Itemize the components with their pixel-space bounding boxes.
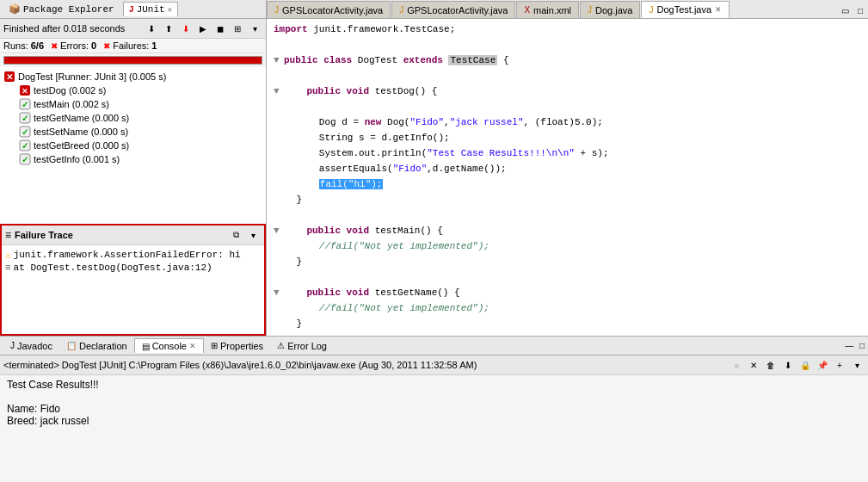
code-line-1: import junit.framework.TestCase; (274, 22, 861, 38)
tree-child-testgetname[interactable]: ✓ testGetName (0.000 s) (2, 111, 264, 125)
bottom-panel: J Javadoc 📋 Declaration ▤ Console ✕ ⊞ Pr… (0, 336, 868, 482)
tree-child-testgetbreed[interactable]: ✓ testGetBreed (0.000 s) (2, 139, 264, 152)
trace-line-2: ≡ at DogTest.testDog(DogTest.java:12) (5, 262, 261, 274)
tree-child-testsetname[interactable]: ✓ testSetName (0.000 s) (2, 125, 264, 139)
svg-text:✓: ✓ (22, 155, 28, 164)
code-line-blank5 (274, 270, 861, 286)
code-line-println: System.out.println("Test Case Results!!!… (274, 146, 861, 162)
errors-value: 0 (91, 40, 96, 51)
testdog-collapse-arrow[interactable]: ▼ (274, 84, 284, 99)
console-remove-btn[interactable]: ✕ (746, 357, 761, 373)
junit-tab-close[interactable]: ✕ (168, 5, 172, 15)
scroll-lock-btn[interactable]: ⬇ (144, 21, 159, 36)
errorlog-icon: ⚠ (277, 341, 285, 350)
console-line-1: Test Case Results!!! (7, 379, 861, 391)
console-clear-btn[interactable]: 🗑 (763, 357, 779, 373)
maximize-btn[interactable]: □ (859, 341, 865, 350)
tab-dog-java[interactable]: J Dog.java (580, 1, 640, 18)
tree-root-node[interactable]: ✕ DogTest [Runner: JUnit 3] (0.005 s) ✕ … (2, 69, 264, 167)
code-line-class: ▼ public class DogTest extends TestCase … (274, 53, 861, 69)
view-menu-btn[interactable]: ▾ (247, 21, 262, 36)
testgetinfo-label: testGetInfo (0.001 s) (34, 154, 120, 164)
console-scroll-btn[interactable]: ⬇ (780, 357, 796, 373)
testgetname-collapse-arrow[interactable]: ▼ (274, 286, 284, 300)
junit-status: Finished after 0.018 seconds (3, 23, 125, 34)
testsetname-pass-icon: ✓ (19, 126, 31, 138)
progress-fill (4, 57, 262, 64)
trace-toolbar: ⧉ ▾ (228, 227, 261, 243)
code-line-assertequals: assertEquals("Fido",d.getName()); (274, 162, 861, 177)
testgetname-label: testGetName (0.000 s) (34, 113, 129, 123)
declaration-icon: 📋 (66, 341, 77, 350)
code-editor[interactable]: import junit.framework.TestCase; ▼ publi… (267, 19, 868, 336)
console-newconsole-btn[interactable]: + (832, 357, 847, 373)
failures-icon: ✖ (103, 41, 110, 51)
trace-warn-icon: ⚠ (5, 250, 11, 261)
trace-filter-btn[interactable]: ▾ (245, 227, 261, 243)
console-line-blank (7, 391, 861, 403)
junit-tree[interactable]: ✕ DogTest [Runner: JUnit 3] (0.005 s) ✕ … (0, 67, 266, 224)
console-stop-btn[interactable]: ■ (729, 357, 744, 373)
root-fail-icon: ✕ (3, 71, 15, 83)
code-line-dog-d: Dog d = new Dog("Fido","jack russel", (f… (274, 115, 861, 131)
tree-child-testgetinfo[interactable]: ✓ testGetInfo (0.001 s) (2, 152, 264, 166)
tab-junit[interactable]: J JUnit ✕ (123, 2, 178, 16)
tab-dogtest-java[interactable]: J DogTest.java ✕ (641, 1, 729, 18)
class-collapse-arrow[interactable]: ▼ (274, 53, 284, 68)
code-line-string-s: String s = d.getInfo(); (274, 131, 861, 146)
testmain-pass-icon: ✓ (19, 98, 31, 110)
svg-text:✕: ✕ (6, 72, 13, 82)
stop-btn[interactable]: ◼ (212, 21, 228, 36)
failures-label: Failures: (113, 40, 149, 51)
testmain-collapse-arrow[interactable]: ▼ (274, 224, 284, 238)
junit-header: Finished after 0.018 seconds ⬇ ⬆ ⬇ ▶ ◼ ⊞… (0, 19, 266, 39)
minimize-btn[interactable]: — (845, 341, 853, 350)
history-btn[interactable]: ⊞ (230, 21, 245, 36)
javadoc-icon: J (10, 341, 15, 350)
console-icon: ▤ (142, 342, 150, 351)
trace-title: ≡ Failure Trace (5, 229, 73, 241)
tab-javadoc[interactable]: J Javadoc (3, 339, 59, 353)
editor-max-btn[interactable]: □ (853, 3, 868, 18)
editor-min-btn[interactable]: ▭ (837, 3, 853, 18)
progress-bar (3, 56, 262, 65)
tab-errorlog[interactable]: ⚠ Error Log (270, 339, 334, 353)
testgetbreed-pass-icon: ✓ (19, 139, 31, 151)
tab-gpslocator1[interactable]: J GPSLocatorActivity.java (267, 1, 391, 18)
java-file-icon-1: J (274, 5, 279, 15)
code-line-blank2 (274, 69, 861, 84)
code-line-comment-getname: //fail("Not yet implemented"); (274, 301, 861, 317)
bottom-panel-close[interactable]: — □ (845, 341, 865, 351)
console-viewmenu-btn[interactable]: ▾ (849, 357, 865, 373)
trace-line-2-text: at DogTest.testDog(DogTest.java:12) (14, 263, 212, 273)
tab-gpslocator2[interactable]: J GPSLocatorActivity.java (391, 1, 515, 18)
testgetbreed-label: testGetBreed (0.000 s) (34, 140, 129, 151)
tree-child-testmain[interactable]: ✓ testMain (0.002 s) (2, 97, 264, 111)
console-output: Test Case Results!!! Name: Fido Breed: j… (0, 375, 868, 430)
trace-copy-btn[interactable]: ⧉ (228, 227, 243, 243)
svg-text:✓: ✓ (22, 141, 28, 151)
code-line-comment-main: //fail("Not yet implemented"); (274, 239, 861, 255)
tab-main-xml[interactable]: X main.xml (516, 1, 579, 18)
rerun-btn[interactable]: ▶ (195, 21, 211, 36)
tab-declaration[interactable]: 📋 Declaration (59, 339, 134, 353)
bottom-tabs: J Javadoc 📋 Declaration ▤ Console ✕ ⊞ Pr… (0, 337, 868, 355)
dogtest-tab-close[interactable]: ✕ (715, 5, 722, 14)
console-scrolllock-btn[interactable]: 🔒 (797, 357, 813, 373)
tab-package-explorer[interactable]: 📦 Package Explorer (3, 2, 120, 16)
junit-toolbar: ⬇ ⬆ ⬇ ▶ ◼ ⊞ ▾ (144, 21, 262, 36)
tree-child-testdog[interactable]: ✕ testDog (0.002 s) (2, 83, 264, 97)
console-pin-btn[interactable]: 📌 (815, 357, 830, 373)
next-failure-btn[interactable]: ⬇ (178, 21, 194, 36)
console-tab-close[interactable]: ✕ (189, 342, 196, 350)
java-file-icon-2: J (399, 5, 403, 15)
prev-failure-btn[interactable]: ⬆ (161, 21, 176, 36)
trace-line-1: ⚠ junit.framework.AssertionFailedError: … (5, 249, 261, 262)
tab-properties[interactable]: ⊞ Properties (204, 339, 270, 353)
trace-header: ≡ Failure Trace ⧉ ▾ (2, 226, 264, 245)
trace-line-1-text: junit.framework.AssertionFailedError: hi (14, 250, 241, 260)
tab-console[interactable]: ▤ Console ✕ (134, 338, 204, 353)
tree-root-label[interactable]: ✕ DogTest [Runner: JUnit 3] (0.005 s) (2, 70, 264, 83)
root-label-text: DogTest [Runner: JUnit 3] (0.005 s) (18, 71, 166, 82)
console-terminated-text: <terminated> DogTest [JUnit] C:\Program … (3, 360, 727, 370)
